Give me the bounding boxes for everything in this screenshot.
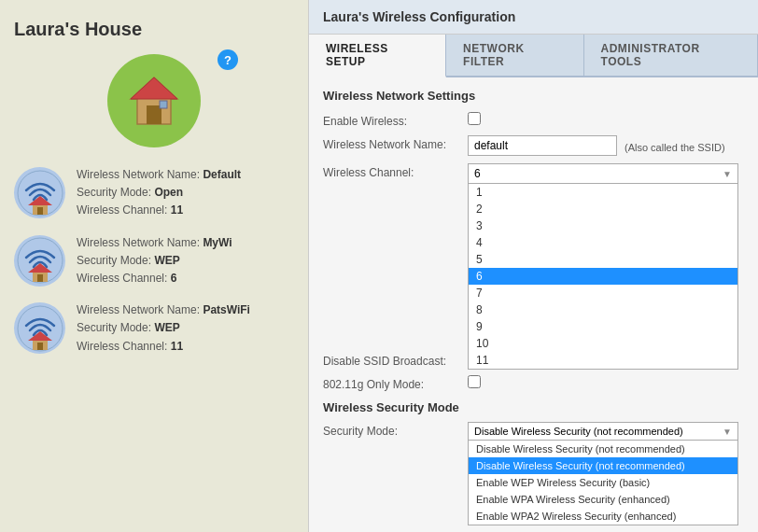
svg-rect-7 [37,207,43,215]
security-section-title: Wireless Security Mode [323,400,744,414]
network-info-2: Wireless Network Name: MyWi Security Mod… [77,234,232,288]
svg-marker-2 [131,77,177,99]
channel-option[interactable]: 9 [469,318,737,335]
security-dropdown-list: Disable Wireless Security (not recommend… [468,441,738,525]
network-icon-2 [14,235,65,287]
mode-control [468,375,744,388]
network-icon-svg-1 [17,170,63,217]
disable-ssid-label: Disable SSID Broadcast: [323,352,468,368]
enable-wireless-checkbox[interactable] [468,112,481,125]
right-panel: Laura's Wireless Configuration Wireless … [308,0,758,532]
security-selected-value: Disable Wireless Security (not recommend… [474,426,683,437]
help-badge[interactable]: ? [218,49,238,70]
network-list: Wireless Network Name: Default Security … [14,166,294,356]
house-title: Laura's House [14,19,294,40]
tab-network-filter[interactable]: Network Filter [446,35,583,76]
security-option[interactable]: Disable Wireless Security (not recommend… [469,457,737,474]
network-icon-svg-3 [17,305,63,352]
mode-checkbox[interactable] [468,375,481,388]
channel-option[interactable]: 8 [469,301,737,318]
channel-selected-value: 6 [474,167,481,180]
chevron-down-icon: ▼ [723,427,732,437]
network-item: Wireless Network Name: Default Security … [14,166,294,220]
security-dropdown[interactable]: Disable Wireless Security (not recommend… [468,422,738,441]
chevron-down-icon: ▼ [723,169,732,179]
network-info-1: Wireless Network Name: Default Security … [77,166,241,220]
network-info-3: Wireless Network Name: PatsWiFi Security… [77,301,250,356]
channel-option[interactable]: 4 [469,234,737,251]
network-name-row: Wireless Network Name: (Also called the … [323,135,744,156]
enable-wireless-label: Enable Wireless: [323,112,468,128]
house-icon-area: ? [14,54,294,147]
house-circle [107,54,201,147]
security-option[interactable]: Enable WEP Wireless Security (basic) [469,474,737,491]
wireless-settings-title: Wireless Network Settings [323,89,744,103]
network-name-control: (Also called the SSID) [468,135,744,156]
security-dropdown-selected[interactable]: Disable Wireless Security (not recommend… [468,422,738,441]
channel-dropdown[interactable]: 6 ▼ 1234567891011 [468,163,738,184]
mode-label: 802.11g Only Mode: [323,375,468,391]
svg-rect-15 [37,343,43,350]
network-item: Wireless Network Name: PatsWiFi Security… [14,301,294,356]
mode-row: 802.11g Only Mode: [323,375,744,391]
enable-wireless-row: Enable Wireless: [323,112,744,128]
security-mode-row: Security Mode: Disable Wireless Security… [323,422,744,441]
content-area: Wireless Network Settings Enable Wireles… [309,77,758,532]
wireless-channel-control: 6 ▼ 1234567891011 [468,163,744,184]
channel-dropdown-selected[interactable]: 6 ▼ [468,163,738,184]
tab-admin-tools[interactable]: Administrator Tools [584,35,758,76]
left-panel: Laura's House ? [0,0,308,532]
channel-option[interactable]: 7 [469,285,737,301]
channel-option[interactable]: 5 [469,251,737,268]
panel-title: Laura's Wireless Configuration [309,0,758,35]
network-name-input[interactable] [468,135,617,156]
svg-rect-3 [160,101,167,108]
channel-option[interactable]: 10 [469,335,737,352]
network-icon-svg-2 [17,237,63,284]
channel-option[interactable]: 2 [469,201,737,217]
house-main-icon [126,73,182,129]
svg-rect-11 [37,274,43,282]
security-option[interactable]: Disable Wireless Security (not recommend… [469,441,737,457]
channel-option[interactable]: 11 [469,352,737,369]
security-mode-label: Security Mode: [323,422,468,438]
enable-wireless-control [468,112,744,125]
tab-wireless-setup[interactable]: Wireless Setup [309,35,446,77]
channel-dropdown-list: 1234567891011 [468,184,738,370]
security-option[interactable]: Enable WPA2 Wireless Security (enhanced) [469,508,737,525]
network-item: Wireless Network Name: MyWi Security Mod… [14,234,294,288]
tabs-bar: Wireless Setup Network Filter Administra… [309,35,758,77]
channel-option[interactable]: 1 [469,184,737,201]
ssid-row: (Also called the SSID) [468,135,744,156]
network-name-label: Wireless Network Name: [323,135,468,151]
ssid-note: (Also called the SSID) [625,138,725,153]
wireless-channel-label: Wireless Channel: [323,163,468,179]
channel-option[interactable]: 6 [469,268,737,285]
channel-option[interactable]: 3 [469,217,737,234]
security-option[interactable]: Enable WPA Wireless Security (enhanced) [469,491,737,508]
network-icon-3 [14,302,65,354]
network-icon-1 [14,167,65,218]
wireless-channel-row: Wireless Channel: 6 ▼ 1234567891011 [323,163,744,184]
security-mode-control: Disable Wireless Security (not recommend… [468,422,744,441]
